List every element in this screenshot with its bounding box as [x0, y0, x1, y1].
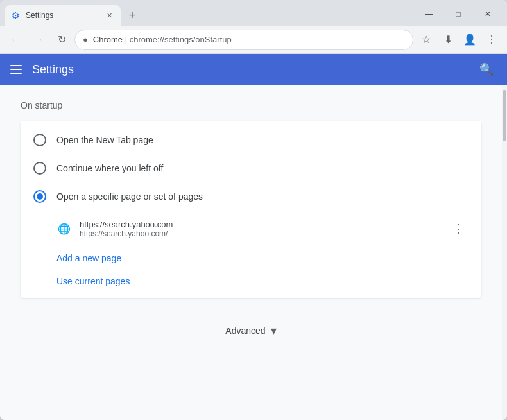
settings-header-left: Settings — [10, 63, 74, 76]
continue-where-left-label: Continue where you left off — [56, 163, 163, 173]
url-text: Chrome | chrome://settings/onStartup — [93, 35, 405, 44]
startup-pages-list: 🌐 https://search.yahoo.com https://searc… — [21, 211, 481, 247]
forward-button[interactable]: → — [28, 30, 49, 50]
add-new-page-link[interactable]: Add a new page — [21, 247, 481, 270]
download-button[interactable]: ⬇ — [438, 30, 458, 50]
url-path: chrome://settings/onStartup — [130, 35, 232, 44]
startup-section-title: On startup — [21, 100, 481, 110]
back-button[interactable]: ← — [5, 30, 26, 50]
continue-where-left-option[interactable]: Continue where you left off — [21, 154, 481, 182]
profile-button[interactable]: 👤 — [460, 30, 480, 50]
advanced-arrow-icon: ▾ — [271, 324, 277, 338]
page-url-sub: https://search.yahoo.com/ — [80, 229, 440, 238]
open-new-tab-option[interactable]: Open the New Tab page — [21, 126, 481, 154]
window-controls: — □ ✕ — [415, 5, 502, 23]
minimize-button[interactable]: — — [415, 5, 443, 23]
lock-icon: ● — [83, 35, 88, 44]
close-button[interactable]: ✕ — [474, 5, 502, 23]
tab-area: ⚙ Settings ✕ + — [5, 5, 415, 26]
continue-where-left-radio[interactable] — [33, 162, 46, 175]
tab-close-button[interactable]: ✕ — [104, 10, 114, 21]
advanced-section: Advanced ▾ — [21, 313, 481, 348]
hamburger-line-2 — [10, 69, 22, 70]
reload-button[interactable]: ↻ — [51, 30, 72, 50]
tab-favicon-icon: ⚙ — [12, 10, 22, 21]
open-specific-page-radio[interactable] — [33, 190, 46, 203]
url-bar[interactable]: ● Chrome | chrome://settings/onStartup — [74, 30, 413, 50]
browser-window: ⚙ Settings ✕ + — □ ✕ ← → ↻ ● Chrome | ch… — [0, 0, 507, 420]
new-tab-button[interactable]: + — [123, 6, 141, 24]
settings-content: PC On startup Open the New Tab page Cont… — [0, 85, 507, 420]
settings-page-title: Settings — [32, 63, 74, 76]
address-bar: ← → ↻ ● Chrome | chrome://settings/onSta… — [0, 26, 507, 54]
scrollbar[interactable] — [502, 85, 507, 420]
globe-icon: 🌐 — [56, 221, 72, 236]
hamburger-line-1 — [10, 65, 22, 66]
radio-selected-dot — [37, 193, 43, 200]
settings-main: PC On startup Open the New Tab page Cont… — [0, 85, 502, 420]
url-separator: | — [125, 35, 130, 44]
use-current-pages-link[interactable]: Use current pages — [21, 270, 481, 293]
page-url-title: https://search.yahoo.com — [80, 220, 440, 229]
hamburger-menu-button[interactable] — [10, 65, 22, 74]
settings-search-button[interactable]: 🔍 — [476, 59, 497, 80]
page-info: https://search.yahoo.com https://search.… — [80, 220, 440, 238]
open-new-tab-label: Open the New Tab page — [56, 135, 153, 145]
menu-button[interactable]: ⋮ — [481, 30, 502, 50]
url-domain: Chrome — [93, 35, 123, 44]
scrollbar-thumb[interactable] — [503, 90, 506, 141]
bookmark-button[interactable]: ☆ — [416, 30, 436, 50]
toolbar-icons: ☆ ⬇ 👤 ⋮ — [416, 30, 502, 50]
open-new-tab-radio[interactable] — [33, 134, 46, 146]
hamburger-line-3 — [10, 73, 22, 74]
open-specific-page-label: Open a specific page or set of pages — [56, 191, 203, 202]
advanced-label: Advanced — [225, 326, 265, 336]
startup-page-item: 🌐 https://search.yahoo.com https://searc… — [56, 213, 468, 244]
tab-title: Settings — [26, 11, 100, 20]
active-tab[interactable]: ⚙ Settings ✕ — [5, 5, 121, 26]
startup-options-card: Open the New Tab page Continue where you… — [21, 121, 481, 298]
settings-header: Settings 🔍 — [0, 54, 507, 85]
maximize-button[interactable]: □ — [444, 5, 472, 23]
open-specific-page-option[interactable]: Open a specific page or set of pages — [21, 182, 481, 211]
page-menu-button[interactable]: ⋮ — [448, 218, 468, 239]
title-bar: ⚙ Settings ✕ + — □ ✕ — [0, 0, 507, 26]
